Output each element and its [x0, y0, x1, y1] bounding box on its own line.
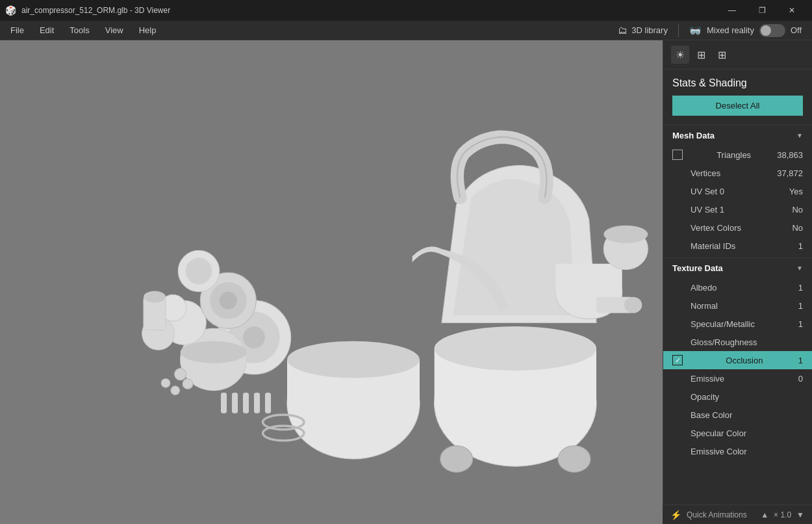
sun-icon[interactable]: ☀ [671, 46, 689, 64]
menubar-right: 🗂 3D library 🥽 Mixed reality Off [618, 24, 809, 37]
albedo-label: Albedo [691, 283, 717, 293]
albedo-value: 1 [798, 283, 803, 293]
specular-metallic-label: Specular/Metallic [691, 319, 755, 329]
svg-point-31 [144, 291, 166, 303]
main-area: ☀ ⊞ ⊞ Stats & Shading Deselect All Mesh … [0, 40, 812, 524]
mixed-reality-state: Off [791, 25, 802, 35]
vertices-row: Vertices 37,872 [663, 164, 812, 182]
svg-point-22 [186, 258, 212, 285]
window-controls: — ❐ ✕ [717, 0, 807, 21]
specular-metallic-value: 1 [798, 319, 803, 329]
mesh-data-title: Mesh Data [672, 131, 715, 140]
specular-color-row: Specular Color [663, 424, 812, 442]
albedo-row: Albedo 1 [663, 278, 812, 296]
emissive-label: Emissive [691, 374, 724, 384]
mixed-reality-icon: 🥽 [689, 25, 702, 36]
menu-help[interactable]: Help [131, 23, 164, 38]
uvset0-row: UV Set 0 Yes [663, 182, 812, 200]
title-text: air_compressor_512_ORM.glb - 3D Viewer [21, 6, 170, 15]
menu-view[interactable]: View [97, 23, 131, 38]
mixed-reality-toggle[interactable] [759, 24, 785, 37]
vertices-label: Vertices [691, 168, 720, 178]
menubar: File Edit Tools View Help 🗂 3D library 🥽… [0, 21, 812, 40]
zoom-value: × 1.0 [774, 510, 791, 519]
close-button[interactable]: ✕ [777, 0, 807, 21]
svg-point-37 [183, 378, 193, 389]
mesh-data-chevron: ▼ [796, 132, 803, 139]
normal-row: Normal 1 [663, 296, 812, 315]
apps-icon[interactable]: ⊞ [713, 46, 731, 64]
zoom-down-icon: ▼ [796, 510, 804, 519]
svg-point-20 [220, 292, 237, 309]
svg-point-2 [435, 326, 596, 371]
gloss-roughness-row: Gloss/Roughness [663, 333, 812, 351]
minimize-button[interactable]: — [717, 0, 747, 21]
occlusion-checkbox[interactable] [672, 355, 683, 365]
svg-rect-23 [221, 393, 227, 413]
titlebar: 🎲 air_compressor_512_ORM.glb - 3D Viewer… [0, 0, 812, 21]
svg-point-5 [287, 341, 420, 378]
right-panel: ☀ ⊞ ⊞ Stats & Shading Deselect All Mesh … [663, 40, 812, 524]
svg-point-32 [440, 446, 473, 473]
triangles-value: 38,863 [777, 150, 803, 160]
occlusion-label: Occlusion [726, 356, 763, 365]
texture-data-chevron: ▼ [796, 265, 803, 272]
zoom-up-icon: ▲ [761, 510, 768, 519]
emissive-color-row: Emissive Color [663, 442, 812, 460]
vertex-colors-label: Vertex Colors [691, 223, 741, 233]
app-icon: 🎲 [5, 5, 16, 16]
bottom-bar: ⚡ Quick Animations ▲ × 1.0 ▼ [663, 504, 812, 524]
library-icon: 🗂 [618, 25, 628, 36]
opacity-label: Opacity [691, 392, 719, 402]
texture-data-header[interactable]: Texture Data ▼ [663, 257, 812, 278]
svg-point-35 [161, 378, 170, 387]
quick-animations-label[interactable]: Quick Animations [687, 510, 747, 519]
specular-color-label: Specular Color [691, 428, 746, 438]
titlebar-title: 🎲 air_compressor_512_ORM.glb - 3D Viewer [5, 5, 170, 16]
viewport[interactable] [0, 40, 663, 524]
specular-metallic-row: Specular/Metallic 1 [663, 315, 812, 333]
mixed-reality-area: 🥽 Mixed reality Off [689, 24, 802, 37]
occlusion-value: 1 [798, 356, 803, 365]
uvset1-label: UV Set 1 [691, 205, 724, 215]
vertex-colors-row: Vertex Colors No [663, 218, 812, 237]
menu-tools[interactable]: Tools [62, 23, 97, 38]
triangles-label: Triangles [717, 150, 751, 160]
emissive-value: 0 [798, 374, 803, 384]
separator [678, 24, 679, 37]
quick-animations-icon: ⚡ [670, 510, 681, 520]
triangles-checkbox[interactable] [672, 150, 683, 160]
svg-point-14 [181, 341, 247, 363]
svg-point-36 [171, 386, 180, 395]
3d-model [0, 40, 663, 524]
menu-edit[interactable]: Edit [32, 23, 62, 38]
menu-items: File Edit Tools View Help [3, 23, 164, 38]
svg-rect-7 [556, 264, 622, 295]
uvset0-label: UV Set 0 [691, 187, 724, 196]
deselect-all-button[interactable]: Deselect All [672, 96, 803, 116]
menu-file[interactable]: File [3, 23, 32, 38]
emissive-color-label: Emissive Color [691, 447, 747, 456]
restore-button[interactable]: ❐ [747, 0, 777, 21]
mixed-reality-label: Mixed reality [707, 25, 754, 35]
svg-point-12 [243, 326, 265, 348]
normal-label: Normal [691, 301, 718, 311]
library-button[interactable]: 🗂 3D library [618, 25, 668, 36]
opacity-row: Opacity [663, 387, 812, 406]
grid-icon[interactable]: ⊞ [692, 46, 710, 64]
viewport-content [0, 40, 663, 524]
uvset1-row: UV Set 1 No [663, 200, 812, 218]
svg-rect-25 [243, 393, 249, 413]
svg-rect-26 [254, 393, 260, 413]
triangles-row: Triangles 38,863 [663, 146, 812, 164]
material-ids-row: Material IDs 1 [663, 237, 812, 255]
svg-point-9 [603, 226, 648, 243]
vertices-value: 37,872 [777, 168, 803, 178]
base-color-label: Base Color [691, 410, 732, 420]
svg-rect-24 [232, 393, 238, 413]
base-color-row: Base Color [663, 406, 812, 424]
library-label: 3D library [631, 25, 668, 35]
mesh-data-header[interactable]: Mesh Data ▼ [663, 125, 812, 146]
gloss-roughness-label: Gloss/Roughness [691, 337, 757, 347]
occlusion-row[interactable]: Occlusion 1 [663, 351, 812, 369]
